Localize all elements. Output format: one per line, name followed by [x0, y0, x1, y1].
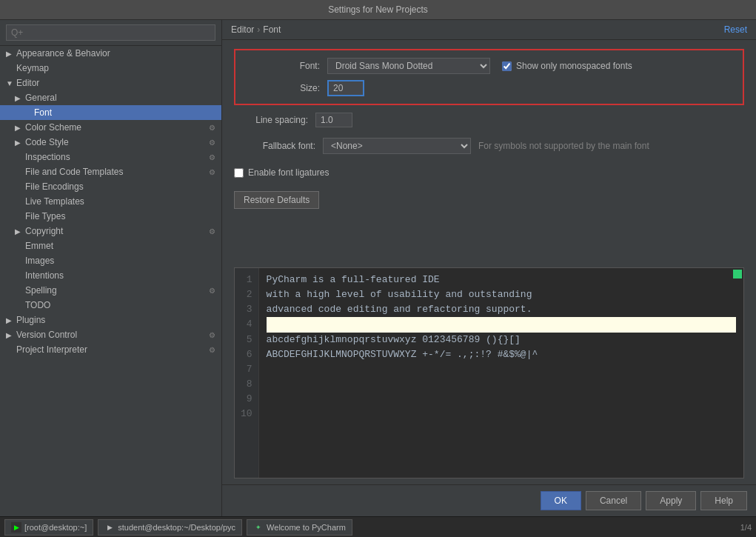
sidebar-item-todo[interactable]: TODO: [0, 298, 221, 313]
ok-button[interactable]: OK: [541, 491, 581, 510]
size-row: Size:: [246, 80, 732, 96]
panel-content: Font: Droid Sans Mono DottedDroid Sans M…: [222, 40, 756, 267]
sidebar-item-label-inspections: Inspections: [25, 152, 70, 162]
code-line-1: PyCharm is a full-featured IDE: [267, 273, 736, 287]
show-monospaced-checkbox[interactable]: [502, 61, 512, 71]
sidebar-item-intentions[interactable]: Intentions: [0, 268, 221, 283]
sidebar-item-file-types[interactable]: File Types: [0, 209, 221, 224]
ligature-row: Enable font ligatures: [234, 164, 744, 181]
code-line-5: abcdefghijklmnopqrstuvwxyz 0123456789 ()…: [267, 333, 736, 347]
font-section: Font: Droid Sans Mono DottedDroid Sans M…: [234, 49, 744, 105]
show-monospaced-row: Show only monospaced fonts: [502, 61, 632, 71]
font-select[interactable]: Droid Sans Mono DottedDroid Sans MonoCon…: [327, 58, 490, 74]
font-label: Font:: [246, 61, 320, 71]
settings-icon-color-scheme: ⚙: [209, 124, 215, 132]
settings-icon-copyright: ⚙: [209, 227, 215, 236]
sidebar-item-plugins[interactable]: ▶Plugins: [0, 313, 221, 327]
breadcrumb-separator: ›: [257, 24, 260, 35]
arrow-icon-appearance: ▶: [6, 50, 13, 58]
settings-icon-version-control: ⚙: [209, 331, 215, 339]
taskbar-item-pycharm[interactable]: ✦ Welcome to PyCharm: [247, 519, 352, 536]
line-number-10: 10: [241, 407, 252, 421]
cancel-button[interactable]: Cancel: [586, 491, 641, 510]
code-line-2: with a high level of usability and outst…: [267, 287, 736, 302]
sidebar-item-label-keymap: Keymap: [16, 63, 49, 73]
sidebar-item-keymap[interactable]: Keymap: [0, 61, 221, 76]
line-number-7: 7: [241, 362, 252, 377]
restore-defaults-button[interactable]: Restore Defaults: [234, 191, 319, 209]
sidebar-item-label-appearance: Appearance & Behavior: [16, 48, 110, 59]
taskbar-item3-label: Welcome to PyCharm: [267, 523, 346, 532]
taskbar: ▶ [root@desktop:~] ▶ student@desktop:~/D…: [0, 516, 756, 537]
code-line-7: [267, 362, 736, 377]
sidebar-item-version-control[interactable]: ▶Version Control⚙: [0, 327, 221, 342]
show-monospaced-label[interactable]: Show only monospaced fonts: [516, 61, 632, 71]
sidebar-item-inspections[interactable]: Inspections⚙: [0, 150, 221, 164]
apply-button[interactable]: Apply: [646, 491, 696, 510]
sidebar-item-label-general: General: [25, 93, 57, 103]
button-bar: OK Cancel Apply Help: [222, 484, 756, 516]
taskbar-item-student[interactable]: ▶ student@desktop:~/Desktop/pyc: [98, 519, 242, 536]
code-line-6: ABCDEFGHIJKLMNOPQRSTUVWXYZ +-*/= .,;:!? …: [267, 347, 736, 362]
settings-icon-inspections: ⚙: [209, 153, 215, 161]
sidebar-item-label-version-control: Version Control: [16, 330, 77, 340]
sidebar-item-color-scheme[interactable]: ▶Color Scheme⚙: [0, 120, 221, 135]
sidebar-item-file-code-templates[interactable]: File and Code Templates⚙: [0, 164, 221, 179]
sidebar-item-label-images: Images: [25, 256, 54, 266]
sidebar-item-appearance[interactable]: ▶Appearance & Behavior: [0, 46, 221, 61]
sidebar-item-project-interpreter[interactable]: Project Interpreter⚙: [0, 342, 221, 357]
arrow-icon-editor: ▼: [6, 79, 13, 87]
settings-icon-spelling: ⚙: [209, 287, 215, 295]
settings-icon-code-style: ⚙: [209, 139, 215, 147]
sidebar-item-file-encodings[interactable]: File Encodings: [0, 179, 221, 194]
sidebar-item-copyright[interactable]: ▶Copyright⚙: [0, 224, 221, 239]
fallback-label: Fallback font:: [234, 141, 315, 151]
main-panel: Editor › Font Reset Font: Droid Sans Mon…: [222, 20, 756, 516]
size-input[interactable]: [327, 80, 364, 96]
preview-area: 12345678910 PyCharm is a full-featured I…: [234, 267, 744, 478]
help-button[interactable]: Help: [700, 491, 747, 510]
line-number-4: 4: [241, 317, 252, 332]
terminal-icon: ▶: [11, 522, 21, 533]
sidebar-item-spelling[interactable]: Spelling⚙: [0, 283, 221, 298]
dialog-title: Settings for New Projects: [328, 4, 428, 15]
sidebar-item-code-style[interactable]: ▶Code Style⚙: [0, 135, 221, 150]
taskbar-item2-label: student@desktop:~/Desktop/pyc: [118, 523, 235, 532]
content-area: ▶Appearance & BehaviorKeymap▼Editor▶Gene…: [0, 20, 756, 516]
fallback-select[interactable]: <None>: [323, 138, 471, 154]
settings-icon-project-interpreter: ⚙: [209, 346, 215, 354]
sidebar-item-emmet[interactable]: Emmet: [0, 239, 221, 253]
sidebar-item-label-file-types: File Types: [25, 211, 65, 221]
line-number-1: 1: [241, 273, 252, 287]
sidebar-item-images[interactable]: Images: [0, 253, 221, 268]
sidebar-item-label-copyright: Copyright: [25, 226, 63, 236]
settings-icon-file-code-templates: ⚙: [209, 168, 215, 176]
student-icon: ▶: [104, 522, 115, 533]
sidebar-item-label-color-scheme: Color Scheme: [25, 122, 81, 133]
breadcrumb-bar: Editor › Font Reset: [222, 20, 756, 40]
reset-link[interactable]: Reset: [724, 24, 747, 35]
ligature-checkbox[interactable]: [234, 168, 244, 178]
sidebar-item-live-templates[interactable]: Live Templates: [0, 194, 221, 209]
sidebar-item-label-spelling: Spelling: [25, 285, 57, 296]
arrow-icon-copyright: ▶: [15, 227, 22, 236]
line-spacing-row: Line spacing:: [234, 113, 744, 127]
breadcrumb-parent: Editor: [231, 24, 254, 35]
sidebar-item-general[interactable]: ▶General: [0, 90, 221, 105]
arrow-icon-plugins: ▶: [6, 316, 13, 324]
sidebar-item-label-font: Font: [34, 107, 52, 118]
search-input[interactable]: [6, 24, 215, 41]
preview-corner-icon[interactable]: [733, 270, 742, 278]
font-row: Font: Droid Sans Mono DottedDroid Sans M…: [246, 58, 732, 74]
sidebar-item-label-editor: Editor: [16, 78, 39, 88]
sidebar-item-label-live-templates: Live Templates: [25, 196, 84, 207]
line-spacing-input[interactable]: [315, 113, 352, 127]
taskbar-item-terminal[interactable]: ▶ [root@desktop:~]: [4, 519, 93, 536]
sidebar-item-label-project-interpreter: Project Interpreter: [16, 344, 87, 355]
sidebar-item-editor[interactable]: ▼Editor: [0, 76, 221, 90]
sidebar-item-font[interactable]: Font: [0, 105, 221, 120]
sidebar-item-label-code-style: Code Style: [25, 137, 69, 147]
line-number-6: 6: [241, 347, 252, 362]
sidebar-item-label-todo: TODO: [25, 300, 50, 310]
ligature-label[interactable]: Enable font ligatures: [248, 167, 329, 178]
